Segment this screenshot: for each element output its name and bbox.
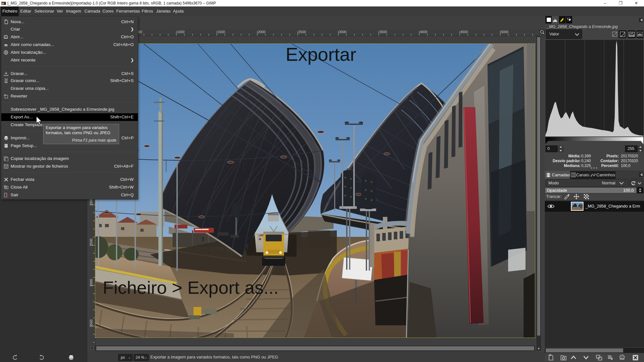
svg-text:2500: 2500: [298, 30, 306, 34]
svg-text:3000: 3000: [339, 30, 347, 34]
svg-text:Exportar: Exportar: [286, 44, 356, 65]
svg-text:Ficheiro > Export as...: Ficheiro > Export as...: [103, 277, 279, 298]
svg-text:1500: 1500: [217, 30, 225, 34]
svg-text:2500: 2500: [89, 238, 93, 246]
svg-text:3000: 3000: [89, 279, 93, 287]
svg-text:3500: 3500: [379, 30, 387, 34]
svg-text:4500: 4500: [460, 30, 468, 34]
svg-text:4000: 4000: [420, 30, 428, 34]
svg-text:3500: 3500: [89, 320, 93, 327]
svg-text:1000: 1000: [177, 30, 185, 34]
svg-text:5000: 5000: [501, 30, 509, 34]
svg-text:2000: 2000: [258, 30, 266, 34]
